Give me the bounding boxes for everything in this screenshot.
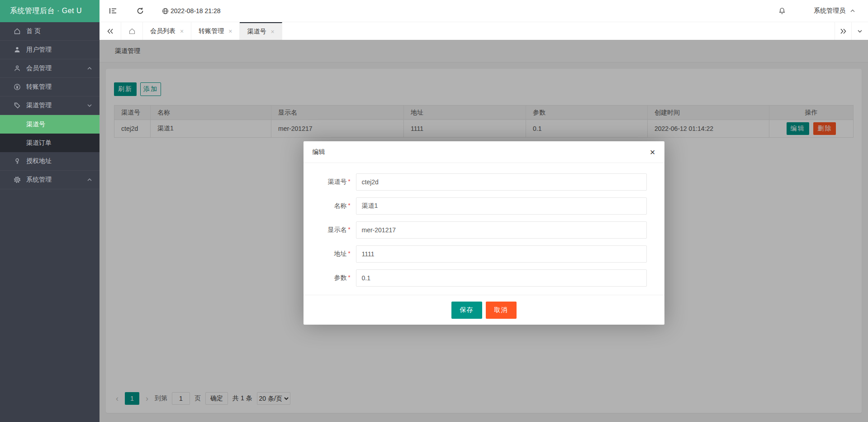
scroll-tabs-right-button[interactable]	[835, 22, 851, 40]
sidebar-item-channels[interactable]: 渠道管理	[0, 96, 100, 115]
user-menu[interactable]: 系统管理员	[796, 7, 868, 15]
bell-icon[interactable]	[768, 0, 796, 22]
required-mark: *	[348, 226, 350, 233]
refresh-icon[interactable]	[127, 0, 154, 22]
sidebar-item-label: 授权地址	[26, 157, 92, 165]
modal-footer: 保存 取消	[304, 295, 664, 325]
sidebar-item-members[interactable]: 会员管理	[0, 59, 100, 78]
sidebar-item-users[interactable]: 用户管理	[0, 41, 100, 59]
name-field[interactable]	[356, 197, 647, 215]
param-field[interactable]	[356, 269, 647, 287]
chevron-up-icon	[850, 8, 855, 14]
channel-id-field[interactable]	[356, 173, 647, 191]
chevron-up-icon	[87, 177, 92, 182]
top-header: 2022-08-18 21:28 系统管理员	[100, 0, 868, 22]
sidebar-item-label: 转账管理	[26, 83, 92, 91]
tab-options-button[interactable]	[851, 22, 868, 40]
modal-title: 编辑	[313, 148, 325, 156]
field-label: 参数*	[304, 274, 356, 282]
sidebar-subitem-channel-id[interactable]: 渠道号	[0, 115, 100, 134]
tab-label: 渠道号	[247, 28, 266, 36]
close-icon[interactable]: ×	[228, 28, 232, 34]
sidebar-item-label: 用户管理	[26, 46, 92, 54]
sidebar-item-label: 渠道管理	[26, 101, 87, 110]
content-area: 渠道管理 刷新 添加 渠道号 名称 显示名 地址 参数 创建时间 操作	[100, 40, 868, 422]
collapse-sidebar-button[interactable]	[100, 0, 127, 22]
tab-label: 会员列表	[150, 27, 175, 35]
datetime-text: 2022-08-18 21:28	[171, 7, 221, 14]
sidebar-item-label: 系统管理	[26, 176, 87, 184]
app-title: 系统管理后台 · Get U	[0, 0, 100, 22]
header-right: 系统管理员	[768, 0, 868, 22]
sidebar-subitem-label: 渠道订单	[26, 139, 52, 147]
chevron-up-icon	[87, 66, 92, 71]
tab-label: 转账管理	[199, 27, 224, 35]
server-time: 2022-08-18 21:28	[162, 7, 221, 14]
member-icon	[14, 65, 21, 72]
form-row-address: 地址*	[304, 245, 647, 263]
required-mark: *	[348, 178, 350, 185]
form-row-channel-id: 渠道号*	[304, 173, 647, 191]
sidebar-item-label: 会员管理	[26, 64, 87, 72]
tab-channel-id[interactable]: 渠道号 ×	[240, 22, 282, 40]
form-row-name: 名称*	[304, 197, 647, 215]
address-field[interactable]	[356, 245, 647, 263]
sidebar-item-label: 首 页	[26, 27, 92, 35]
sidebar-subitem-channel-orders[interactable]: 渠道订单	[0, 134, 100, 152]
edit-modal: 编辑 × 渠道号* 名称* 显示名* 地址*	[304, 141, 664, 325]
required-mark: *	[348, 202, 350, 209]
tag-icon	[14, 102, 21, 109]
tab-member-list[interactable]: 会员列表 ×	[143, 22, 191, 40]
modal-body: 渠道号* 名称* 显示名* 地址* 参数*	[304, 163, 664, 295]
username: 系统管理员	[814, 7, 845, 15]
field-label: 地址*	[304, 250, 356, 258]
sidebar-item-system[interactable]: 系统管理	[0, 171, 100, 189]
tabbar-spacer	[282, 22, 835, 40]
save-button[interactable]: 保存	[451, 302, 482, 319]
modal-title-bar: 编辑 ×	[304, 141, 664, 163]
tab-bar: 会员列表 × 转账管理 × 渠道号 ×	[100, 22, 868, 40]
cancel-button[interactable]: 取消	[486, 302, 517, 319]
sidebar-item-auth-address[interactable]: 授权地址	[0, 152, 100, 171]
close-icon[interactable]: ×	[180, 28, 184, 34]
tab-home[interactable]	[121, 22, 143, 40]
field-label: 名称*	[304, 202, 356, 210]
key-icon	[14, 158, 21, 165]
scroll-tabs-left-button[interactable]	[100, 22, 121, 40]
sidebar-subitem-label: 渠道号	[26, 120, 45, 129]
field-label: 显示名*	[304, 226, 356, 234]
close-icon[interactable]: ×	[650, 148, 655, 157]
chevron-down-icon	[87, 103, 92, 108]
tab-transfer-mgmt[interactable]: 转账管理 ×	[191, 22, 240, 40]
globe-icon	[162, 8, 169, 14]
form-row-param: 参数*	[304, 269, 647, 287]
field-label: 渠道号*	[304, 178, 356, 186]
sidebar-item-transfers[interactable]: 转账管理	[0, 78, 100, 96]
main-column: 2022-08-18 21:28 系统管理员 会员列表 × 转账管	[100, 0, 868, 422]
sidebar: 系统管理后台 · Get U 首 页 用户管理 会员管理 转账管理 渠道管理	[0, 0, 100, 422]
home-icon	[14, 28, 21, 35]
required-mark: *	[348, 274, 350, 281]
close-icon[interactable]: ×	[270, 29, 274, 35]
sidebar-item-home[interactable]: 首 页	[0, 22, 100, 41]
gear-icon	[14, 176, 21, 183]
required-mark: *	[348, 250, 350, 257]
user-icon	[14, 46, 21, 53]
form-row-display-name: 显示名*	[304, 221, 647, 239]
yen-icon	[14, 83, 21, 91]
display-name-field[interactable]	[356, 221, 647, 239]
